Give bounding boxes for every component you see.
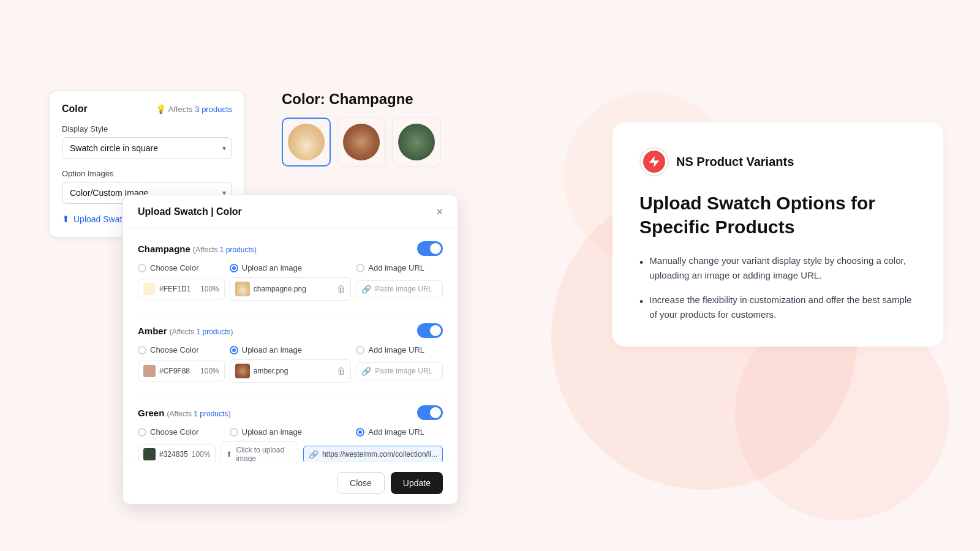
green-color-input[interactable]: #324835 100% — [138, 444, 216, 462]
amber-color-swatch — [143, 365, 156, 377]
champagne-color-swatch — [143, 283, 156, 295]
update-button[interactable]: Update — [391, 472, 443, 494]
amber-affects: (Affects 1 products) — [170, 328, 233, 336]
lightbulb-icon: 💡 — [156, 104, 166, 114]
bullet-dot-1: • — [639, 254, 643, 283]
display-style-select-wrapper: Swatch circle in square ▾ — [62, 137, 232, 159]
affects-link[interactable]: 3 products — [195, 105, 232, 114]
green-toggle[interactable] — [417, 405, 443, 420]
swatch-inner-2 — [343, 124, 380, 160]
amber-add-url-radio-btn[interactable] — [356, 346, 364, 354]
green-url-input[interactable]: 🔗 https://westelmm.com/collection/li... — [303, 446, 443, 462]
green-url-value: https://westelmm.com/collection/li... — [322, 450, 437, 459]
champagne-image-input[interactable]: champagne.png 🗑 — [230, 277, 351, 301]
option-images-label: Option Images — [62, 169, 232, 178]
champagne-url-icon: 🔗 — [361, 285, 371, 294]
swatch-inner-1 — [288, 124, 325, 160]
upload-swatch-button[interactable]: ⬆ Upload Swatch — [62, 214, 131, 225]
swatch-inner-3 — [398, 124, 435, 160]
champagne-toggle[interactable] — [417, 241, 443, 256]
amber-toggle[interactable] — [417, 323, 443, 338]
green-choose-color-radio-btn[interactable] — [138, 428, 146, 437]
brand-header: NS Product Variants — [639, 147, 916, 176]
amber-url-icon: 🔗 — [361, 367, 371, 376]
green-choose-color-radio[interactable]: Choose Color — [138, 427, 225, 437]
swatch-item-2[interactable] — [337, 118, 386, 167]
champagne-upload-image-radio[interactable]: Upload an image — [230, 263, 351, 272]
champagne-url-input[interactable]: 🔗 Paste image URL — [356, 280, 443, 298]
modal-title: Upload Swatch | Color — [138, 206, 242, 217]
green-image-input[interactable]: ⬆ Click to upload image — [221, 441, 298, 462]
swatch-previews — [282, 118, 478, 167]
green-add-url-radio[interactable]: Add image URL — [356, 427, 443, 437]
modal-body: Champagne (Affects 1 products) Choose Co… — [123, 229, 458, 462]
amber-affects-link[interactable]: 1 products — [196, 328, 230, 336]
right-heading: Upload Swatch Options for Specific Produ… — [639, 191, 916, 239]
champagne-trash-icon[interactable]: 🗑 — [337, 284, 345, 294]
amber-image-input[interactable]: amber.png 🗑 — [230, 359, 351, 383]
upload-icon: ⬆ — [62, 214, 70, 225]
card-header: Color 💡 Affects 3 products — [62, 103, 232, 114]
amber-upload-image-radio-btn[interactable] — [230, 346, 238, 354]
bullet-list: • Manually change your variant display s… — [639, 253, 916, 322]
swatch-item-1[interactable] — [282, 118, 331, 167]
green-url-icon: 🔗 — [309, 450, 318, 459]
amber-trash-icon[interactable]: 🗑 — [337, 366, 345, 376]
amber-img-name: amber.png — [254, 367, 333, 375]
green-upload-image-label: Upload an image — [242, 427, 302, 437]
variant-champagne: Champagne (Affects 1 products) Choose Co… — [138, 241, 443, 301]
display-style-select[interactable]: Swatch circle in square — [62, 137, 232, 159]
green-upload-image-radio-btn[interactable] — [230, 428, 238, 437]
swatch-item-3[interactable] — [392, 118, 441, 167]
variant-green-name: Green (Affects 1 products) — [138, 408, 230, 418]
display-style-chevron-icon: ▾ — [222, 144, 226, 152]
divider-2 — [138, 395, 443, 395]
amber-choose-color-radio[interactable]: Choose Color — [138, 345, 225, 354]
green-affects: (Affects 1 products) — [167, 410, 231, 418]
champagne-add-url-radio[interactable]: Add image URL — [356, 263, 443, 272]
modal-header: Upload Swatch | Color × — [123, 195, 458, 229]
amber-choose-color-radio-btn[interactable] — [138, 346, 146, 354]
upload-arrow-icon: ⬆ — [226, 450, 232, 459]
bullet-item-1: • Manually change your variant display s… — [639, 253, 916, 283]
bullet-text-2: Increase the flexibility in customizatio… — [649, 293, 916, 322]
amber-label: Amber — [138, 326, 167, 336]
preview-title: Color: Champagne — [282, 91, 478, 108]
champagne-img-thumb — [235, 282, 250, 296]
modal-close-button[interactable]: × — [436, 206, 443, 217]
amber-add-url-radio[interactable]: Add image URL — [356, 345, 443, 354]
variant-green: Green (Affects 1 products) Choose Color … — [138, 405, 443, 462]
green-radio-options: Choose Color Upload an image Add image U… — [138, 427, 443, 437]
amber-upload-image-radio[interactable]: Upload an image — [230, 345, 351, 354]
brand-name: NS Product Variants — [676, 155, 794, 169]
amber-color-input[interactable]: #CF9F88 100% — [138, 361, 225, 381]
green-upload-placeholder: ⬆ Click to upload image — [226, 446, 293, 462]
champagne-choose-color-radio-btn[interactable] — [138, 264, 146, 272]
variant-amber-header: Amber (Affects 1 products) — [138, 323, 443, 338]
green-upload-image-radio[interactable]: Upload an image — [230, 427, 351, 437]
green-add-url-label: Add image URL — [368, 427, 424, 437]
champagne-color-input[interactable]: #FEF1D1 100% — [138, 279, 225, 299]
green-pct: 100% — [192, 450, 211, 459]
green-affects-link[interactable]: 1 products — [194, 410, 228, 418]
variant-amber-name: Amber (Affects 1 products) — [138, 326, 233, 336]
display-style-field: Display Style Swatch circle in square ▾ — [62, 124, 232, 159]
green-upload-text: Click to upload image — [236, 446, 293, 462]
champagne-add-url-label: Add image URL — [368, 263, 424, 272]
amber-input-row: #CF9F88 100% amber.png 🗑 🔗 Paste image U… — [138, 359, 443, 383]
champagne-pct: 100% — [200, 285, 219, 293]
green-add-url-radio-btn[interactable] — [356, 428, 364, 437]
champagne-hex: #FEF1D1 — [159, 285, 197, 293]
champagne-upload-image-label: Upload an image — [242, 263, 302, 272]
display-style-label: Display Style — [62, 124, 232, 133]
amber-url-input[interactable]: 🔗 Paste image URL — [356, 362, 443, 380]
champagne-choose-color-label: Choose Color — [150, 263, 199, 272]
variant-amber: Amber (Affects 1 products) Choose Color … — [138, 323, 443, 383]
amber-pct: 100% — [200, 367, 219, 375]
green-choose-color-label: Choose Color — [150, 427, 199, 437]
close-button[interactable]: Close — [337, 472, 385, 494]
champagne-affects-link[interactable]: 1 products — [220, 246, 254, 254]
champagne-choose-color-radio[interactable]: Choose Color — [138, 263, 225, 272]
champagne-add-url-radio-btn[interactable] — [356, 264, 364, 272]
champagne-upload-image-radio-btn[interactable] — [230, 264, 238, 272]
